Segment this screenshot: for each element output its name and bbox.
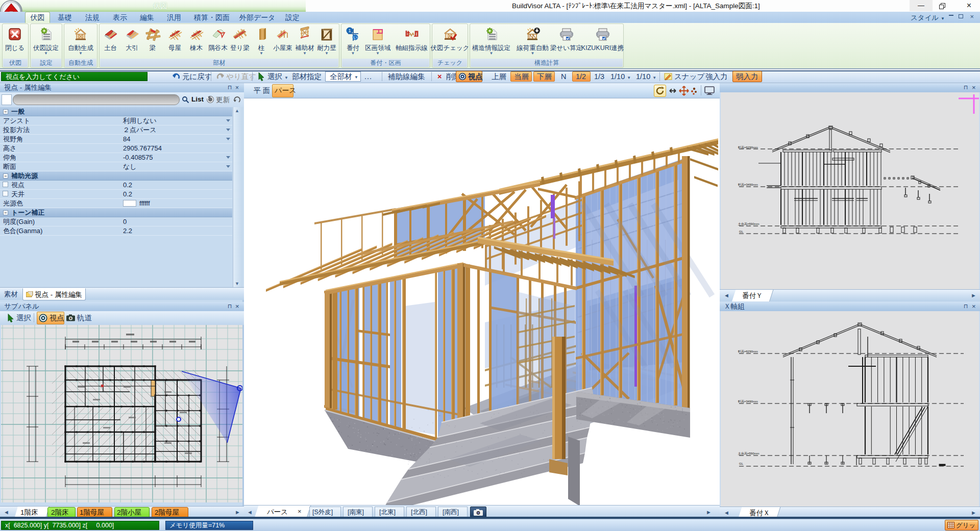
svg-text:軒高=3490mm: 軒高=3490mm [738, 183, 758, 186]
svg-text:GL: GL [739, 462, 744, 465]
svg-text:土台高=590mm: 土台高=590mm [738, 451, 760, 456]
svg-text:軒高=6290mm: 軒高=6290mm [738, 349, 758, 353]
svg-text:軒高=6290mm: 軒高=6290mm [738, 145, 758, 149]
svg-text:土台高=590mm: 土台高=590mm [738, 222, 760, 226]
svg-text:GL: GL [739, 230, 744, 233]
svg-text:軒高=3490mm: 軒高=3490mm [738, 399, 758, 403]
